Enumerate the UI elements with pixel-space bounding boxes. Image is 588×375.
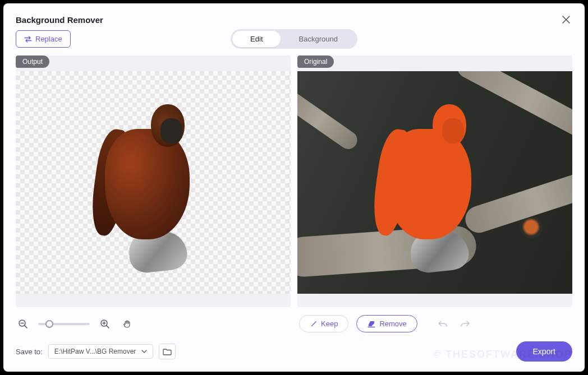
open-folder-button[interactable] (159, 344, 176, 359)
edit-actions: Keep Remove (297, 315, 572, 332)
remove-label: Remove (379, 320, 406, 328)
swap-icon (24, 36, 32, 43)
output-panel: Output (16, 55, 291, 307)
keep-button[interactable]: Keep (299, 315, 348, 332)
zoom-out-button[interactable] (16, 317, 30, 331)
close-icon (562, 16, 570, 24)
original-badge: Original (297, 55, 334, 68)
brush-icon (310, 320, 318, 328)
eraser-icon (367, 320, 376, 328)
original-panel-header: Original (297, 55, 572, 71)
chevron-down-icon (141, 350, 147, 353)
save-to-label: Save to: (16, 348, 43, 356)
output-panel-header: Output (16, 55, 291, 71)
undo-button[interactable] (435, 317, 450, 331)
mode-tabs: Edit Background (231, 29, 357, 49)
hand-icon (122, 319, 132, 329)
svg-line-4 (107, 326, 109, 328)
zoom-out-icon (18, 319, 28, 329)
original-subject-mask (374, 94, 495, 272)
output-badge: Output (16, 55, 49, 68)
app-window: Background Remover Replace Edit Backgrou… (3, 3, 585, 372)
footer: Save to: E:\HitPaw V...\BG Remover Expor… (3, 338, 585, 372)
remove-button[interactable]: Remove (356, 315, 417, 332)
output-subject (93, 94, 214, 272)
controls-row: Keep Remove (3, 307, 585, 338)
zoom-in-button[interactable] (98, 317, 112, 331)
keep-label: Keep (321, 320, 338, 328)
export-label: Export (533, 347, 555, 356)
export-button[interactable]: Export (516, 341, 572, 362)
pan-button[interactable] (120, 317, 135, 331)
zoom-in-icon (100, 319, 110, 329)
title-bar: Background Remover (3, 3, 585, 30)
undo-icon (438, 320, 448, 328)
tab-edit[interactable]: Edit (232, 31, 281, 47)
save-path-text: E:\HitPaw V...\BG Remover (54, 348, 136, 355)
output-panel-footer (16, 294, 291, 307)
toolbar: Replace Edit Background (3, 30, 585, 55)
zoom-slider[interactable] (38, 323, 90, 325)
replace-button[interactable]: Replace (16, 30, 71, 48)
replace-label: Replace (35, 35, 62, 43)
tab-background[interactable]: Background (281, 31, 356, 47)
preview-panels: Output Original (3, 55, 585, 307)
svg-line-1 (25, 326, 27, 328)
original-panel: Original (297, 55, 572, 307)
output-canvas[interactable] (16, 71, 291, 294)
original-panel-footer (297, 294, 572, 307)
close-button[interactable] (560, 13, 572, 26)
zoom-controls (16, 317, 289, 331)
zoom-slider-thumb[interactable] (45, 320, 53, 328)
save-path-select[interactable]: E:\HitPaw V...\BG Remover (48, 344, 154, 359)
redo-icon (460, 320, 470, 328)
window-title: Background Remover (16, 15, 103, 25)
redo-button[interactable] (458, 317, 472, 331)
original-canvas[interactable] (297, 71, 572, 294)
folder-icon (163, 348, 172, 355)
